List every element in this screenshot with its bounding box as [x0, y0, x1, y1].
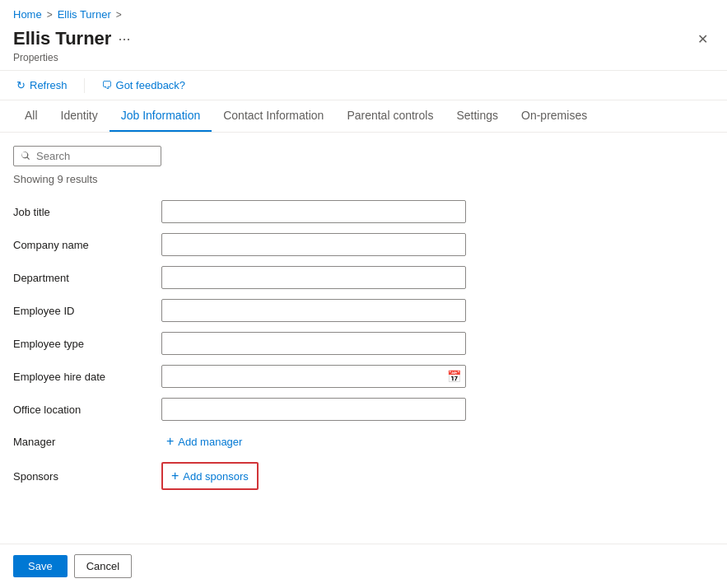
tab-contact-information[interactable]: Contact Information	[212, 100, 335, 132]
label-department: Department	[13, 272, 161, 284]
breadcrumb: Home > Ellis Turner >	[0, 0, 727, 24]
input-department[interactable]	[161, 266, 466, 289]
label-employee-type: Employee type	[13, 338, 161, 350]
refresh-button[interactable]: ↻ Refresh	[13, 76, 71, 95]
page-title: Ellis Turner	[13, 28, 111, 49]
field-company-name	[161, 233, 466, 256]
footer: Save Cancel	[0, 544, 727, 588]
field-employee-type	[161, 332, 466, 355]
tab-identity[interactable]: Identity	[49, 100, 110, 132]
cancel-button[interactable]: Cancel	[74, 554, 132, 578]
add-sponsors-plus-icon: +	[171, 469, 179, 483]
form-row-employee-id: Employee ID	[13, 294, 714, 327]
close-icon: ✕	[697, 31, 708, 47]
input-employee-id[interactable]	[161, 299, 466, 322]
tab-parental-controls[interactable]: Parental controls	[335, 100, 445, 132]
label-manager: Manager	[13, 436, 161, 448]
input-office-location[interactable]	[161, 398, 466, 421]
tab-all[interactable]: All	[13, 100, 49, 132]
label-employee-id: Employee ID	[13, 305, 161, 317]
add-sponsors-button[interactable]: + Add sponsors	[166, 465, 254, 487]
field-employee-id	[161, 299, 466, 322]
field-manager: + Add manager	[161, 431, 247, 452]
label-employee-hire-date: Employee hire date	[13, 371, 161, 383]
content-area: Showing 9 results Job title Company name…	[0, 133, 727, 508]
search-box	[13, 146, 161, 166]
toolbar: ↻ Refresh 🗨 Got feedback?	[0, 70, 727, 100]
add-manager-plus-icon: +	[166, 434, 174, 449]
breadcrumb-user[interactable]: Ellis Turner	[58, 8, 111, 21]
breadcrumb-home[interactable]: Home	[13, 8, 42, 21]
close-button[interactable]: ✕	[691, 27, 714, 50]
input-company-name[interactable]	[161, 233, 466, 256]
ellipsis-menu[interactable]: ···	[118, 30, 130, 48]
form-row-office-location: Office location	[13, 393, 714, 426]
field-employee-hire-date: 📅	[161, 365, 466, 388]
tab-job-information[interactable]: Job Information	[110, 100, 212, 132]
input-job-title[interactable]	[161, 200, 466, 223]
feedback-icon: 🗨	[101, 79, 112, 91]
label-company-name: Company name	[13, 239, 161, 251]
input-employee-type[interactable]	[161, 332, 466, 355]
form-row-employee-hire-date: Employee hire date 📅	[13, 360, 714, 393]
search-icon	[21, 151, 31, 161]
breadcrumb-sep1: >	[47, 9, 53, 21]
tabs-bar: All Identity Job Information Contact Inf…	[0, 100, 727, 133]
feedback-button[interactable]: 🗨 Got feedback?	[98, 76, 189, 95]
toolbar-separator	[84, 78, 85, 93]
form-row-sponsors: Sponsors + Add sponsors	[13, 457, 714, 495]
label-job-title: Job title	[13, 206, 161, 218]
input-employee-hire-date[interactable]	[161, 365, 466, 388]
form-row-company-name: Company name	[13, 228, 714, 261]
form-row-employee-type: Employee type	[13, 327, 714, 360]
refresh-label: Refresh	[30, 79, 68, 91]
title-row: Ellis Turner ··· ✕	[0, 24, 727, 52]
sponsors-highlight-box: + Add sponsors	[161, 462, 259, 490]
calendar-icon[interactable]: 📅	[447, 370, 461, 383]
label-office-location: Office location	[13, 404, 161, 416]
feedback-label: Got feedback?	[116, 79, 186, 91]
breadcrumb-sep2: >	[116, 9, 122, 21]
subtitle: Properties	[0, 52, 727, 70]
field-office-location	[161, 398, 466, 421]
field-job-title	[161, 200, 466, 223]
field-department	[161, 266, 466, 289]
refresh-icon: ↻	[16, 79, 26, 91]
search-input[interactable]	[36, 150, 154, 162]
field-sponsors: + Add sponsors	[161, 462, 259, 490]
add-manager-button[interactable]: + Add manager	[161, 431, 247, 452]
tab-on-premises[interactable]: On-premises	[510, 100, 599, 132]
save-button[interactable]: Save	[13, 555, 68, 577]
form-row-department: Department	[13, 261, 714, 294]
add-manager-label: Add manager	[178, 436, 242, 448]
form-table: Job title Company name Department Employ…	[13, 195, 714, 495]
results-count: Showing 9 results	[13, 173, 714, 185]
add-sponsors-label: Add sponsors	[183, 470, 249, 483]
form-row-job-title: Job title	[13, 195, 714, 228]
label-sponsors: Sponsors	[13, 470, 161, 483]
form-row-manager: Manager + Add manager	[13, 426, 714, 457]
tab-settings[interactable]: Settings	[445, 100, 510, 132]
